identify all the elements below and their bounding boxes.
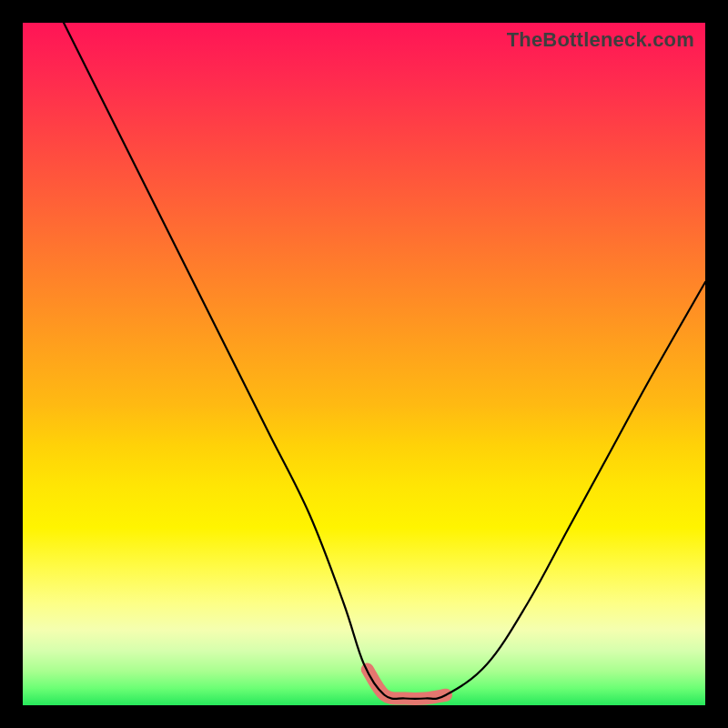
curve-svg <box>23 23 705 705</box>
bottleneck-curve-path <box>64 23 705 699</box>
chart-frame: TheBottleneck.com <box>0 0 728 728</box>
valley-band-path <box>368 670 446 699</box>
plot-area: TheBottleneck.com <box>23 23 705 705</box>
